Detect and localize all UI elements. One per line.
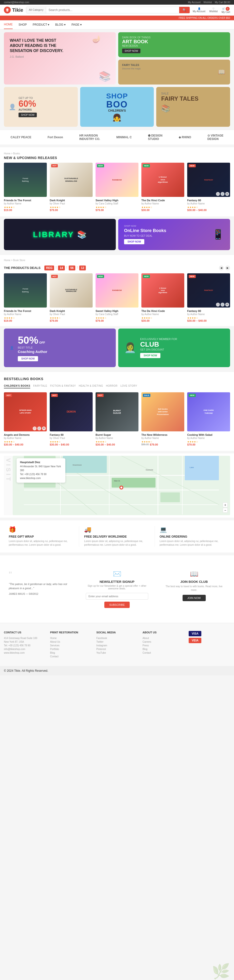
hero-lamp-decoration: 🪔 bbox=[92, 35, 101, 43]
book-card-fantasy[interactable]: NEW FANTASY ♡ 🛒 👁 Fantasy 80 by Author N… bbox=[187, 163, 230, 212]
deal-fantasy-wishlist-btn[interactable]: ♡ bbox=[216, 303, 220, 307]
search-category[interactable]: All Category bbox=[26, 7, 46, 13]
book-title-wilderness: The New Wilderness bbox=[141, 433, 184, 436]
store-banner-btn[interactable]: SHOP NOW bbox=[124, 239, 144, 244]
promo-50-sub: Coaching Author bbox=[18, 350, 47, 354]
book-card-dark-throne[interactable]: NEW ONE DARKTHRONE Cooking With Salad by… bbox=[187, 392, 230, 446]
cat-tab-childrens[interactable]: CHILDREN'S BOOKS bbox=[4, 384, 30, 388]
deal-stars-rainbow: ★★★★☆ bbox=[96, 317, 138, 319]
club-title: CLUB bbox=[140, 340, 177, 348]
footer-about-link[interactable]: About bbox=[142, 637, 184, 640]
footer-press-link[interactable]: Press bbox=[142, 644, 184, 647]
footer-careers-link[interactable]: Careers bbox=[142, 641, 184, 643]
book-card-dark-knight[interactable]: HOT SUSTAINABLEMINIMALISM Dark Knight by… bbox=[50, 163, 93, 212]
art-shop-btn[interactable]: SHOP NOW bbox=[122, 49, 141, 53]
footer-print-services[interactable]: Services bbox=[50, 644, 92, 647]
footer-contact-link[interactable]: Contact bbox=[142, 651, 184, 654]
footer-print-contact[interactable]: Contact bbox=[50, 655, 92, 658]
map-display[interactable]: District A Downtown Eastside Lake Main S… bbox=[13, 456, 230, 515]
book-card-demon[interactable]: HOT DEMON Fantasy 80 by Oliver Paul ★★★★… bbox=[50, 392, 93, 446]
footer-website: www.tikieshop.com bbox=[4, 651, 45, 654]
deal-card-amour2[interactable]: NEW L'Amoursousalgorithme The Da Vinci C… bbox=[141, 273, 184, 322]
club-shop-btn[interactable]: SHOP NOW bbox=[140, 353, 160, 358]
store-info-name: Hauptstadt Diez bbox=[20, 461, 62, 464]
deal-fantasy-eye-btn[interactable]: 👁 bbox=[225, 303, 229, 307]
book-stars-dark-knight: ★★★★☆ bbox=[50, 206, 93, 208]
spiderman-wishlist-btn[interactable]: ♡ bbox=[33, 426, 36, 430]
deal-badge-fantasy: NEW bbox=[189, 275, 196, 278]
cat-tab-love[interactable]: LOVE STORY bbox=[120, 384, 137, 388]
book-card-wilderness[interactable]: SALE Sell bookswith betterPresentation T… bbox=[141, 392, 184, 446]
cart-link[interactable]: My Cart $0.00 bbox=[215, 1, 230, 4]
book-card-burnt[interactable]: HOT BURNTSUGAR Burnt Sugar by Author Nam… bbox=[96, 392, 138, 446]
deal-author-sustainable: by Oliver Paul bbox=[50, 313, 93, 316]
book-club-join-btn[interactable]: JOIN NOW bbox=[183, 595, 206, 601]
promo-sale-banner: SALE FAIRY TALES 📚 bbox=[156, 87, 230, 127]
hero-section: WHAT I LOVE THE MOST ABOUT READING IS TH… bbox=[0, 29, 234, 130]
cart-action[interactable]: 🛒 0 My Cart bbox=[221, 7, 230, 13]
wishlist-link[interactable]: Wishlist bbox=[204, 1, 212, 4]
fantasy-eye-btn[interactable]: 👁 bbox=[225, 192, 229, 196]
nav-shop[interactable]: SHOP bbox=[19, 21, 27, 29]
book-price-spiderman: $30.00 – $40.00 bbox=[4, 443, 47, 446]
cat-tab-health[interactable]: HEALTH & DIETING bbox=[79, 384, 103, 388]
deal-card-fantasy2[interactable]: NEW FANTASY ♡ 🛒 👁 Fantasy 80 by Author N… bbox=[187, 273, 230, 322]
map-zoom-out[interactable]: − bbox=[223, 508, 228, 513]
deal-card-forest[interactable]: ForestBathing Friends In The Forest by A… bbox=[4, 273, 47, 322]
footer-instagram[interactable]: Instagram bbox=[96, 644, 138, 647]
cat-tab-fiction[interactable]: FICTION & FANTASY bbox=[50, 384, 76, 388]
deal-forest-design: ForestBathing bbox=[4, 273, 47, 307]
promo-50-btn[interactable]: SHOP NOW bbox=[18, 356, 38, 361]
wishlist-action[interactable]: ♡ Wishlist bbox=[209, 7, 218, 13]
deal-cover-sustainable: HOT SUSTAINABLEMINIMALISM bbox=[50, 273, 93, 307]
book-card-spiderman[interactable]: HOT SPIDER-MANLIFE STORY ♡ 🛒 👁 Angels an… bbox=[4, 392, 47, 446]
nav-home[interactable]: HOME bbox=[4, 20, 13, 29]
timer-seconds: 56 bbox=[69, 266, 75, 270]
fantasy-wishlist-btn[interactable]: ♡ bbox=[216, 192, 220, 196]
my-account-action[interactable]: 👤 My Account bbox=[193, 7, 206, 13]
map-zoom-in[interactable]: + bbox=[223, 503, 228, 508]
newsletter-box: ✉️ NEWSLETTER SIGNUP Sign up for our New… bbox=[81, 565, 153, 613]
book-author-dark-throne: by Author Name bbox=[187, 437, 230, 439]
deal-card-rainbow2[interactable]: NEW RAINBOW Sweet Valley High by Cara Cu… bbox=[96, 273, 138, 322]
deals-prev-arrow[interactable]: ◀ bbox=[219, 266, 224, 270]
footer-print-portfolio[interactable]: Portfolio bbox=[50, 648, 92, 651]
footer-twitter[interactable]: Twitter bbox=[96, 641, 138, 643]
book-card-forest[interactable]: ForestBathing Friends In The Forest by A… bbox=[4, 163, 47, 212]
nav-product[interactable]: PRODUCT ▾ bbox=[33, 21, 49, 29]
deal-card-sustainable[interactable]: HOT SUSTAINABLEMINIMALISM Dark Knight by… bbox=[50, 273, 93, 322]
book-card-amour[interactable]: NEW L'Amoursousalgorithme The Da Vinci C… bbox=[141, 163, 184, 212]
promo-boo-title: BOO bbox=[85, 100, 149, 109]
cat-tab-fairytale[interactable]: FAIRYTALE bbox=[33, 384, 47, 388]
logo[interactable]: Tikie bbox=[4, 6, 23, 13]
fantasy-cart-btn[interactable]: 🛒 bbox=[221, 192, 225, 196]
footer-print-home[interactable]: Home bbox=[50, 637, 92, 640]
nav-page[interactable]: PAGE ▾ bbox=[71, 21, 82, 29]
book-card-rainbow[interactable]: NEW RAINBOW Sweet Valley High by Cara Cu… bbox=[96, 163, 138, 212]
newsletter-submit-btn[interactable]: SUBSCRIBE bbox=[104, 601, 130, 608]
footer-payment-col: VISA VEIA bbox=[189, 631, 230, 659]
spiderman-cart-btn[interactable]: 🛒 bbox=[37, 426, 41, 430]
search-button[interactable]: 🔍 bbox=[179, 7, 190, 13]
footer-blog-link[interactable]: Blog bbox=[142, 648, 184, 651]
footer-print-blog[interactable]: Blog bbox=[50, 651, 92, 654]
newsletter-email-input[interactable] bbox=[86, 593, 148, 600]
footer-pinterest[interactable]: Pinterest bbox=[96, 648, 138, 651]
footer-youtube[interactable]: YouTube bbox=[96, 651, 138, 654]
footer-print-about[interactable]: About Us bbox=[50, 641, 92, 643]
book-stars-rainbow: ★★★★☆ bbox=[96, 206, 138, 208]
cat-tab-horror[interactable]: HORROR bbox=[106, 384, 117, 388]
deal-fantasy-cart-btn[interactable]: 🛒 bbox=[221, 303, 225, 307]
map-controls: + − bbox=[223, 503, 228, 513]
promo-60-btn[interactable]: SHOP NOW bbox=[19, 113, 37, 117]
footer-facebook[interactable]: Facebook bbox=[96, 637, 138, 640]
deals-next-arrow[interactable]: ▶ bbox=[225, 266, 230, 270]
deal-stars-forest: ★★★★☆ bbox=[4, 317, 47, 319]
header: Tikie All Category 🔍 👤 My Account ♡ Wish… bbox=[0, 5, 234, 16]
top-bar-right: My Account Wishlist My Cart $0.00 bbox=[188, 1, 230, 4]
my-account-link[interactable]: My Account bbox=[188, 1, 201, 4]
book-title-forest: Friends In The Forest bbox=[4, 199, 47, 202]
spiderman-eye-btn[interactable]: 👁 bbox=[42, 426, 46, 430]
nav-blog[interactable]: BLOG ▾ bbox=[55, 21, 66, 29]
search-input[interactable] bbox=[46, 7, 179, 13]
